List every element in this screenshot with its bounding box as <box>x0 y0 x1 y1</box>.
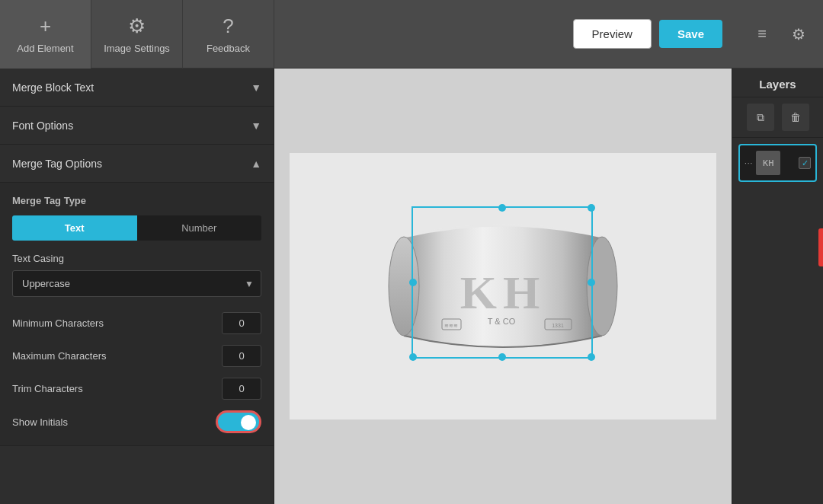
switch-track <box>216 410 261 433</box>
switch-thumb <box>241 415 256 430</box>
layer-visibility-check[interactable]: ✓ <box>799 157 811 169</box>
add-element-button[interactable]: + Add Element <box>0 0 91 69</box>
toolbar-right-icons: ≡ ⚙ <box>738 18 823 51</box>
delete-layer-button[interactable]: 🗑 <box>782 104 809 131</box>
canvas-inner: KH T & CO ≋≋≋ 1331 <box>290 153 716 419</box>
add-element-label: Add Element <box>17 43 73 54</box>
gear-icon: ⚙ <box>128 14 146 38</box>
min-chars-label: Minimum Characters <box>12 317 104 329</box>
merge-tag-options-label: Merge Tag Options <box>12 158 102 170</box>
merge-block-text-label: Merge Block Text <box>12 81 94 94</box>
settings-button[interactable]: ⚙ <box>782 18 815 51</box>
text-toggle-button[interactable]: Text <box>12 215 137 241</box>
show-initials-row: Show Initials <box>12 410 261 433</box>
trim-chars-label: Trim Characters <box>12 383 83 394</box>
svg-text:T & CO: T & CO <box>488 317 516 326</box>
trim-chars-row: Trim Characters <box>12 378 261 400</box>
min-chars-row: Minimum Characters <box>12 312 261 334</box>
svg-text:1331: 1331 <box>552 323 564 328</box>
font-options-label: Font Options <box>12 120 73 132</box>
max-chars-input[interactable] <box>222 345 261 367</box>
main-area: Merge Block Text ▼ Font Options ▼ Merge … <box>0 69 823 504</box>
show-initials-toggle[interactable] <box>216 410 261 433</box>
merge-tag-type-toggle: Text Number <box>12 215 261 241</box>
max-chars-row: Maximum Characters <box>12 345 261 367</box>
svg-text:KH: KH <box>460 266 546 318</box>
font-options-section[interactable]: Font Options ▼ <box>0 107 274 145</box>
feedback-icon: ? <box>223 14 233 38</box>
text-casing-wrapper: Uppercase Lowercase Title Case None ▼ <box>12 270 261 297</box>
red-accent-bar <box>818 228 823 266</box>
merge-tag-options-content: Merge Tag Type Text Number Text Casing U… <box>0 183 274 446</box>
layers-actions: ⧉ 🗑 <box>732 97 823 138</box>
layer-item[interactable]: ··· KH ✓ <box>738 144 817 182</box>
feedback-label: Feedback <box>207 43 250 54</box>
ring-image: KH T & CO ≋≋≋ 1331 <box>381 191 625 381</box>
image-settings-button[interactable]: ⚙ Image Settings <box>91 0 183 69</box>
layers-title: Layers <box>732 69 823 97</box>
merge-block-text-section[interactable]: Merge Block Text ▼ <box>0 69 274 107</box>
toolbar: + Add Element ⚙ Image Settings ? Feedbac… <box>0 0 823 69</box>
image-settings-label: Image Settings <box>104 43 170 54</box>
layer-thumbnail: KH <box>756 151 780 175</box>
preview-button[interactable]: Preview <box>573 19 652 49</box>
save-button[interactable]: Save <box>659 20 722 48</box>
text-casing-select[interactable]: Uppercase Lowercase Title Case None <box>12 270 261 297</box>
menu-button[interactable]: ≡ <box>745 18 779 51</box>
add-icon: + <box>40 14 51 38</box>
chevron-up-icon: ▲ <box>251 158 261 170</box>
min-chars-input[interactable] <box>222 312 261 334</box>
chevron-down-icon: ▼ <box>251 120 261 132</box>
show-initials-label: Show Initials <box>12 416 68 428</box>
number-toggle-button[interactable]: Number <box>137 215 262 241</box>
feedback-button[interactable]: ? Feedback <box>183 0 274 69</box>
svg-point-1 <box>587 237 617 336</box>
duplicate-layer-button[interactable]: ⧉ <box>747 104 774 131</box>
toolbar-actions: Preview Save <box>558 19 738 49</box>
chevron-down-icon: ▼ <box>251 81 261 94</box>
left-panel: Merge Block Text ▼ Font Options ▼ Merge … <box>0 69 274 504</box>
merge-tag-type-label: Merge Tag Type <box>12 195 261 206</box>
ring-svg: KH T & CO ≋≋≋ 1331 <box>381 191 625 381</box>
text-casing-label: Text Casing <box>12 253 261 264</box>
layer-thumb-label: KH <box>763 159 773 167</box>
svg-text:≋≋≋: ≋≋≋ <box>444 323 458 328</box>
max-chars-label: Maximum Characters <box>12 350 107 362</box>
layers-list: ··· KH ✓ <box>732 138 823 188</box>
trim-chars-input[interactable] <box>222 378 261 400</box>
canvas-area: KH T & CO ≋≋≋ 1331 <box>274 69 732 504</box>
merge-tag-options-section[interactable]: Merge Tag Options ▲ <box>0 145 274 183</box>
right-panel: Layers ⧉ 🗑 ··· KH ✓ <box>732 69 823 504</box>
svg-point-0 <box>389 237 419 336</box>
layer-drag-handle: ··· <box>745 159 753 167</box>
